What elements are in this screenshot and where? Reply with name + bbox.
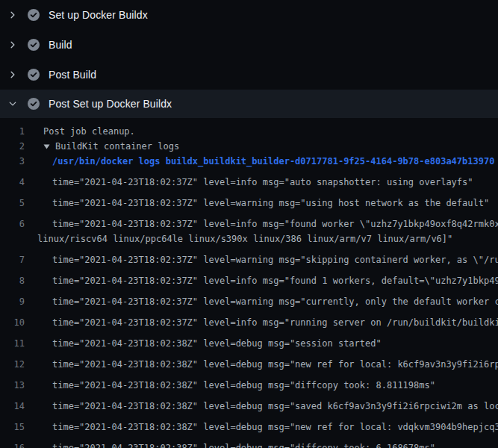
log-row: linux/riscv64 linux/ppc64le linux/s390x … — [0, 231, 498, 246]
log-line-number[interactable]: 3 — [0, 154, 25, 169]
log-line-text: time="2021-04-23T18:02:38Z" level=debug … — [52, 441, 435, 448]
log-line-number[interactable]: 9 — [0, 294, 25, 309]
log-row: 7 time="2021-04-23T18:02:37Z" level=warn… — [0, 246, 498, 267]
log-line-number[interactable]: 1 — [0, 124, 25, 139]
step-header[interactable]: Build — [0, 30, 498, 60]
triangle-down-icon[interactable] — [43, 143, 50, 150]
step-header[interactable]: Post Set up Docker Buildx — [0, 90, 498, 118]
log-line-number[interactable]: 8 — [0, 273, 25, 288]
chevron-right-icon[interactable] — [0, 70, 25, 79]
step-list: Set up Docker Buildx Build Post Build Po… — [0, 0, 498, 118]
step-label: Set up Docker Buildx — [49, 9, 148, 21]
step-label: Build — [49, 39, 72, 51]
log-row: 13 time="2021-04-23T18:02:38Z" level=deb… — [0, 372, 498, 393]
step-header[interactable]: Set up Docker Buildx — [0, 0, 498, 30]
log-line-number[interactable]: 4 — [0, 175, 25, 190]
log-line-number[interactable]: 16 — [0, 441, 25, 448]
log-line-number[interactable]: 15 — [0, 420, 25, 435]
step-label: Post Build — [49, 69, 96, 81]
log-row: 16 time="2021-04-23T18:02:38Z" level=deb… — [0, 435, 498, 448]
log-row: 14 time="2021-04-23T18:02:38Z" level=deb… — [0, 393, 498, 414]
log-row: 3 /usr/bin/docker logs buildx_buildkit_b… — [0, 154, 498, 169]
log-line-text: time="2021-04-23T18:02:37Z" level=info m… — [52, 315, 498, 330]
log-row: 1 Post job cleanup. — [0, 124, 498, 139]
log-row: 9 time="2021-04-23T18:02:37Z" level=warn… — [0, 288, 498, 309]
log-line-text: time="2021-04-23T18:02:37Z" level=info m… — [52, 273, 498, 288]
log-line-text: /usr/bin/docker logs buildx_buildkit_bui… — [52, 154, 494, 169]
check-circle-icon — [28, 39, 40, 51]
log-panel: 1 Post job cleanup. 2 BuildKit container… — [0, 118, 498, 448]
chevron-right-icon[interactable] — [0, 10, 25, 19]
log-line-number[interactable]: 7 — [0, 252, 25, 267]
log-row: 12 time="2021-04-23T18:02:38Z" level=deb… — [0, 351, 498, 372]
log-line-number[interactable]: 5 — [0, 196, 25, 211]
log-line-number[interactable]: 14 — [0, 399, 25, 414]
log-row: 11 time="2021-04-23T18:02:38Z" level=deb… — [0, 330, 498, 351]
check-circle-icon — [28, 69, 40, 81]
log-line-number[interactable]: 2 — [0, 139, 25, 154]
chevron-right-icon[interactable] — [0, 40, 25, 49]
log-line-text: time="2021-04-23T18:02:38Z" level=debug … — [52, 336, 382, 351]
log-line-number[interactable]: 6 — [0, 217, 25, 231]
log-row: 15 time="2021-04-23T18:02:38Z" level=deb… — [0, 414, 498, 435]
chevron-down-icon[interactable] — [0, 99, 25, 108]
log-line-text: time="2021-04-23T18:02:37Z" level=warnin… — [52, 252, 498, 267]
step-label: Post Set up Docker Buildx — [49, 98, 172, 110]
step-header[interactable]: Post Build — [0, 60, 498, 90]
log-row: 6 time="2021-04-23T18:02:37Z" level=info… — [0, 211, 498, 231]
log-line-text: time="2021-04-23T18:02:37Z" level=info m… — [52, 217, 498, 231]
log-row: 5 time="2021-04-23T18:02:37Z" level=warn… — [0, 190, 498, 211]
log-line-text: time="2021-04-23T18:02:38Z" level=debug … — [52, 420, 498, 435]
check-circle-icon — [28, 9, 40, 21]
log-line-text: time="2021-04-23T18:02:38Z" level=debug … — [52, 357, 498, 372]
log-row: 4 time="2021-04-23T18:02:37Z" level=info… — [0, 169, 498, 190]
log-line-text: time="2021-04-23T18:02:37Z" level=warnin… — [52, 196, 489, 211]
log-row: 10 time="2021-04-23T18:02:37Z" level=inf… — [0, 309, 498, 330]
log-line-number[interactable]: 12 — [0, 357, 25, 372]
actions-log-viewer: Set up Docker Buildx Build Post Build Po… — [0, 0, 498, 448]
log-row: 8 time="2021-04-23T18:02:37Z" level=info… — [0, 267, 498, 288]
log-line-text: BuildKit container logs — [55, 139, 179, 154]
check-circle-icon — [28, 98, 40, 110]
log-line-text: time="2021-04-23T18:02:38Z" level=debug … — [52, 399, 498, 414]
log-line-text: time="2021-04-23T18:02:37Z" level=warnin… — [52, 294, 498, 309]
log-line-text: time="2021-04-23T18:02:37Z" level=info m… — [52, 175, 473, 190]
log-line-text: time="2021-04-23T18:02:38Z" level=debug … — [52, 378, 435, 393]
log-line-number[interactable]: 11 — [0, 336, 25, 351]
log-line-text: Post job cleanup. — [43, 124, 135, 139]
log-row: 2 BuildKit container logs — [0, 139, 498, 154]
log-line-number[interactable]: 10 — [0, 315, 25, 330]
log-line-text: linux/riscv64 linux/ppc64le linux/s390x … — [37, 231, 452, 246]
log-group-header[interactable]: BuildKit container logs — [43, 139, 179, 154]
log-line-number[interactable]: 13 — [0, 378, 25, 393]
